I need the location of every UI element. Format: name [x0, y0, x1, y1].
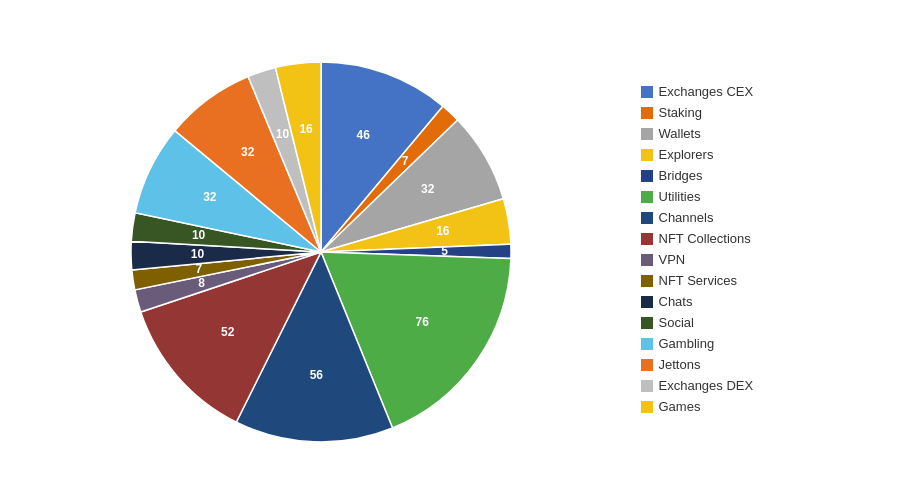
svg-text:32: 32: [203, 190, 217, 204]
svg-text:52: 52: [221, 325, 235, 339]
legend-color-box: [641, 254, 653, 266]
legend-label-text: Utilities: [659, 189, 701, 204]
svg-text:10: 10: [191, 228, 205, 242]
legend-label-text: VPN: [659, 252, 686, 267]
legend-item: VPN: [641, 252, 861, 267]
legend-item: Exchanges DEX: [641, 378, 861, 393]
svg-text:56: 56: [309, 368, 323, 382]
legend-color-box: [641, 191, 653, 203]
legend-item: Bridges: [641, 168, 861, 183]
svg-text:10: 10: [275, 127, 289, 141]
legend-item: Chats: [641, 294, 861, 309]
legend-label-text: Exchanges CEX: [659, 84, 754, 99]
legend-label-text: Gambling: [659, 336, 715, 351]
svg-text:46: 46: [356, 128, 370, 142]
legend-label-text: Social: [659, 315, 694, 330]
legend-color-box: [641, 212, 653, 224]
legend-label-text: Channels: [659, 210, 714, 225]
legend-label-text: Exchanges DEX: [659, 378, 754, 393]
legend-color-box: [641, 170, 653, 182]
legend-label-text: NFT Collections: [659, 231, 751, 246]
legend-label-text: Wallets: [659, 126, 701, 141]
legend-label-text: Staking: [659, 105, 702, 120]
svg-text:32: 32: [240, 145, 254, 159]
legend-item: Exchanges CEX: [641, 84, 861, 99]
legend-color-box: [641, 401, 653, 413]
legend-item: Channels: [641, 210, 861, 225]
legend-label-text: Explorers: [659, 147, 714, 162]
svg-text:8: 8: [198, 276, 205, 290]
legend-item: Games: [641, 399, 861, 414]
legend-color-box: [641, 338, 653, 350]
legend-area: Exchanges CEXStakingWalletsExplorersBrid…: [631, 12, 861, 492]
legend-item: NFT Services: [641, 273, 861, 288]
legend-item: Explorers: [641, 147, 861, 162]
legend-label-text: Bridges: [659, 168, 703, 183]
legend-color-box: [641, 86, 653, 98]
legend-color-box: [641, 275, 653, 287]
legend-color-box: [641, 380, 653, 392]
legend-label-text: Chats: [659, 294, 693, 309]
legend-label-text: Games: [659, 399, 701, 414]
svg-text:7: 7: [195, 262, 202, 276]
legend-color-box: [641, 359, 653, 371]
svg-text:16: 16: [299, 122, 313, 136]
pie-chart: 4673216576565287101032321016: [81, 22, 601, 482]
legend-label-text: NFT Services: [659, 273, 738, 288]
legend-item: Wallets: [641, 126, 861, 141]
legend-item: Utilities: [641, 189, 861, 204]
legend-color-box: [641, 233, 653, 245]
svg-text:76: 76: [415, 315, 429, 329]
legend-color-box: [641, 296, 653, 308]
legend-color-box: [641, 107, 653, 119]
svg-text:10: 10: [190, 247, 204, 261]
main-container: 4673216576565287101032321016 Exchanges C…: [0, 0, 911, 504]
svg-text:5: 5: [441, 244, 448, 258]
chart-area: 4673216576565287101032321016: [51, 12, 631, 492]
legend-color-box: [641, 128, 653, 140]
svg-text:16: 16: [436, 224, 450, 238]
legend-item: Jettons: [641, 357, 861, 372]
svg-text:32: 32: [421, 182, 435, 196]
legend-color-box: [641, 149, 653, 161]
legend-item: Staking: [641, 105, 861, 120]
legend-label-text: Jettons: [659, 357, 701, 372]
legend-item: NFT Collections: [641, 231, 861, 246]
legend-item: Gambling: [641, 336, 861, 351]
svg-text:7: 7: [401, 154, 408, 168]
legend-color-box: [641, 317, 653, 329]
legend-item: Social: [641, 315, 861, 330]
